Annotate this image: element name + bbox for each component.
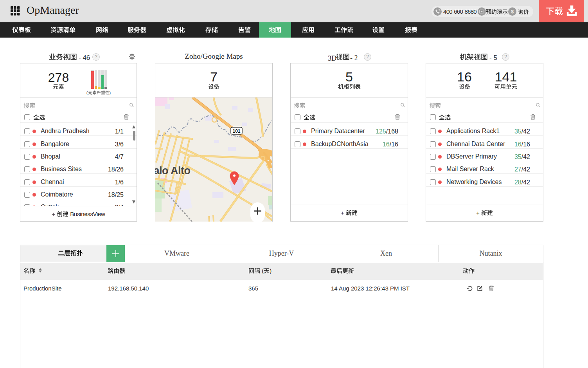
svg-text:$: $ (511, 9, 514, 14)
svg-text:Palo Alto: Palo Alto (155, 165, 191, 177)
svg-text:101: 101 (232, 128, 240, 134)
